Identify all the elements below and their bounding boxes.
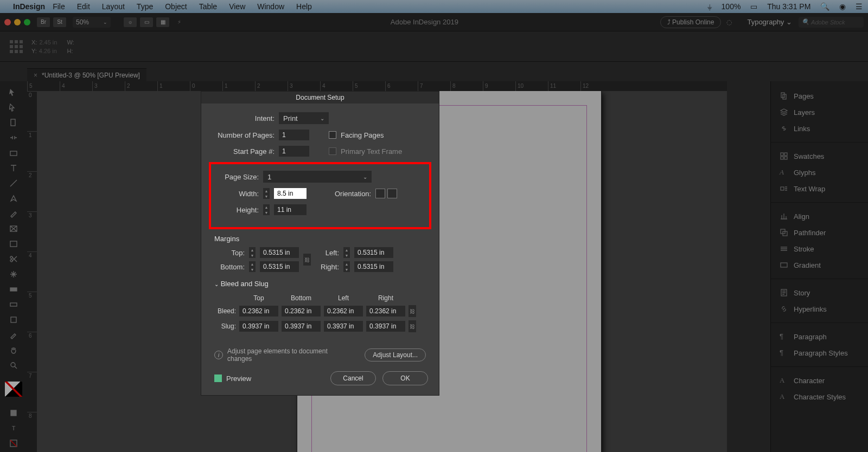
width-stepper[interactable]: ▲▼ (263, 188, 270, 199)
pagesize-label: Page Size: (220, 173, 259, 181)
preview-label: Preview (226, 374, 251, 383)
numpages-label: Number of Pages: (212, 131, 275, 139)
numpages-input[interactable] (279, 130, 309, 140)
margin-left-stepper[interactable]: ▲▼ (343, 247, 350, 258)
margin-left-label: Left: (315, 249, 339, 257)
document-setup-dialog: Document Setup Intent: Print⌄ Number of … (201, 91, 439, 396)
margin-top-label: Top: (214, 249, 245, 257)
bleed-left[interactable] (324, 306, 363, 317)
startpage-label: Start Page #: (212, 147, 275, 156)
dialog-title: Document Setup (201, 92, 439, 104)
adjust-info-text: Adjust page elements to document changes (227, 347, 336, 363)
cancel-button[interactable]: Cancel (330, 371, 376, 385)
width-label: Width: (220, 190, 259, 198)
margin-right-label: Right: (315, 263, 339, 271)
bleed-col-top: Top (239, 294, 278, 302)
intent-label: Intent: (212, 114, 275, 122)
orientation-label: Orientation: (335, 190, 371, 198)
primary-frame-checkbox (329, 147, 336, 155)
facing-pages-label: Facing Pages (341, 131, 384, 139)
margin-left-input[interactable] (354, 247, 393, 258)
intent-dropdown[interactable]: Print⌄ (279, 112, 329, 124)
slug-bottom[interactable] (282, 321, 321, 332)
margin-bottom-stepper[interactable]: ▲▼ (249, 261, 256, 272)
margin-top-stepper[interactable]: ▲▼ (249, 247, 256, 258)
orientation-landscape[interactable] (387, 189, 397, 198)
facing-pages-checkbox[interactable] (329, 131, 336, 139)
bleed-col-bottom: Bottom (282, 294, 321, 302)
bleed-heading[interactable]: ⌄ Bleed and Slug (214, 280, 426, 288)
slug-left[interactable] (324, 321, 363, 332)
preview-checkbox[interactable] (214, 374, 222, 382)
bleed-col-left: Left (324, 294, 363, 302)
primary-frame-label: Primary Text Frame (341, 147, 402, 156)
slug-right[interactable] (366, 321, 405, 332)
info-icon: i (214, 351, 223, 359)
startpage-input[interactable] (279, 146, 309, 157)
margin-bottom-label: Bottom: (214, 263, 245, 271)
height-input[interactable] (274, 204, 307, 215)
margin-right-input[interactable] (354, 261, 393, 272)
bleed-col-right: Right (366, 294, 405, 302)
margin-bottom-input[interactable] (260, 261, 299, 272)
height-label: Height: (220, 206, 259, 214)
pagesize-dropdown[interactable]: 1⌄ (263, 171, 372, 183)
bleed-bottom[interactable] (282, 306, 321, 317)
width-input[interactable] (274, 188, 307, 199)
margin-right-stepper[interactable]: ▲▼ (343, 261, 350, 272)
slug-row-label: Slug: (218, 320, 236, 332)
page-size-section: Page Size: 1⌄ Width: ▲▼ Orientation: Hei… (209, 162, 431, 229)
bleed-top[interactable] (239, 306, 278, 317)
margins-heading: Margins (214, 235, 426, 243)
slug-link-icon[interactable]: ⛓ (409, 320, 416, 332)
slug-top[interactable] (239, 321, 278, 332)
bleed-row-label: Bleed: (218, 305, 236, 317)
margin-top-input[interactable] (260, 247, 299, 258)
orientation-portrait[interactable] (375, 189, 385, 198)
ok-button[interactable]: OK (382, 371, 428, 385)
bleed-right[interactable] (366, 306, 405, 317)
height-stepper[interactable]: ▲▼ (263, 204, 270, 215)
bleed-link-icon[interactable]: ⛓ (409, 305, 416, 317)
adjust-layout-button[interactable]: Adjust Layout... (365, 348, 426, 361)
margin-link-icon[interactable]: ⛓ (303, 254, 311, 266)
